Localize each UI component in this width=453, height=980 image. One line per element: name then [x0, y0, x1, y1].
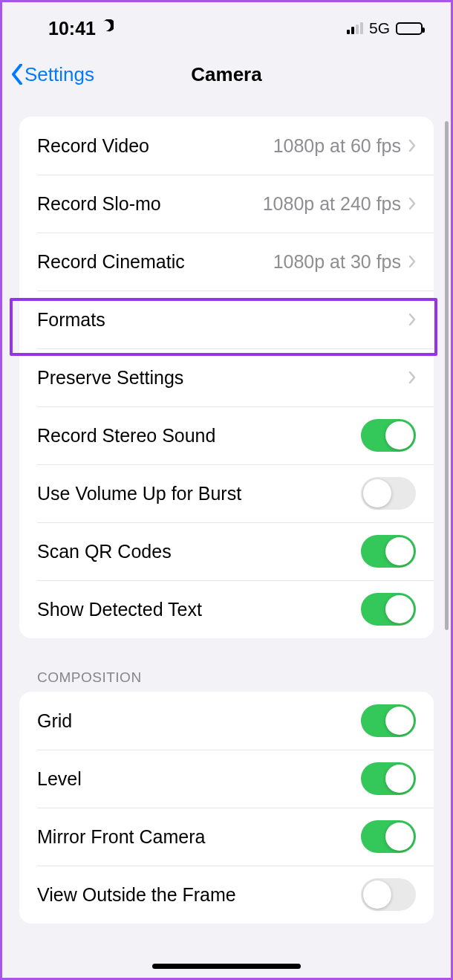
row-detected-text: Show Detected Text: [19, 580, 434, 638]
settings-group-main: Record Video 1080p at 60 fps Record Slo-…: [19, 117, 434, 638]
row-stereo-sound: Record Stereo Sound: [19, 406, 434, 464]
row-record-cinematic[interactable]: Record Cinematic 1080p at 30 fps: [19, 233, 434, 291]
row-detail: 1080p at 60 fps: [273, 135, 401, 157]
home-indicator[interactable]: [152, 964, 301, 969]
row-label: Use Volume Up for Burst: [37, 483, 241, 504]
do-not-disturb-icon: [99, 19, 114, 38]
row-volume-burst: Use Volume Up for Burst: [19, 464, 434, 522]
cellular-signal-icon: [347, 22, 363, 34]
row-grid: Grid: [19, 692, 434, 750]
row-mirror-front: Mirror Front Camera: [19, 808, 434, 866]
status-right: 5G: [347, 19, 423, 37]
row-label: Record Slo-mo: [37, 193, 161, 215]
chevron-right-icon: [408, 371, 416, 384]
row-label: Scan QR Codes: [37, 541, 172, 562]
chevron-right-icon: [408, 197, 416, 210]
row-label: Mirror Front Camera: [37, 826, 205, 848]
row-label: Record Video: [37, 135, 149, 157]
content-area: Record Video 1080p at 60 fps Record Slo-…: [2, 117, 451, 924]
row-detail: 1080p at 240 fps: [263, 193, 401, 215]
row-label: Record Cinematic: [37, 251, 185, 273]
toggle-detected-text[interactable]: [361, 593, 416, 626]
chevron-left-icon: [11, 64, 23, 85]
status-time: 10:41: [48, 18, 96, 39]
nav-header: Settings Camera: [2, 47, 451, 102]
back-label: Settings: [25, 63, 94, 86]
row-label: Show Detected Text: [37, 599, 202, 620]
row-label: Preserve Settings: [37, 367, 183, 389]
row-record-slomo[interactable]: Record Slo-mo 1080p at 240 fps: [19, 175, 434, 233]
chevron-right-icon: [408, 313, 416, 326]
status-time-group: 10:41: [48, 18, 114, 39]
row-label: Record Stereo Sound: [37, 425, 215, 447]
row-label: Level: [37, 768, 82, 790]
status-bar: 10:41 5G: [2, 2, 451, 47]
row-level: Level: [19, 750, 434, 808]
settings-group-composition: Grid Level Mirror Front Camera View Outs…: [19, 692, 434, 924]
row-record-video[interactable]: Record Video 1080p at 60 fps: [19, 117, 434, 175]
battery-icon: [396, 22, 423, 35]
row-label: Formats: [37, 309, 105, 331]
scroll-indicator[interactable]: [445, 121, 449, 630]
section-header-composition: COMPOSITION: [37, 669, 417, 686]
row-scan-qr: Scan QR Codes: [19, 522, 434, 580]
row-formats[interactable]: Formats: [19, 291, 434, 348]
toggle-volume-burst[interactable]: [361, 477, 416, 510]
toggle-mirror-front[interactable]: [361, 820, 416, 853]
back-button[interactable]: Settings: [2, 63, 94, 86]
network-label: 5G: [369, 19, 390, 37]
page-title: Camera: [191, 63, 261, 86]
chevron-right-icon: [408, 139, 416, 152]
row-preserve-settings[interactable]: Preserve Settings: [19, 348, 434, 406]
toggle-view-outside-frame[interactable]: [361, 878, 416, 911]
toggle-grid[interactable]: [361, 704, 416, 737]
toggle-level[interactable]: [361, 762, 416, 795]
row-label: View Outside the Frame: [37, 884, 236, 906]
row-view-outside-frame: View Outside the Frame: [19, 866, 434, 924]
chevron-right-icon: [408, 255, 416, 268]
row-detail: 1080p at 30 fps: [273, 251, 401, 273]
toggle-scan-qr[interactable]: [361, 535, 416, 568]
row-label: Grid: [37, 710, 72, 732]
toggle-stereo-sound[interactable]: [361, 419, 416, 452]
